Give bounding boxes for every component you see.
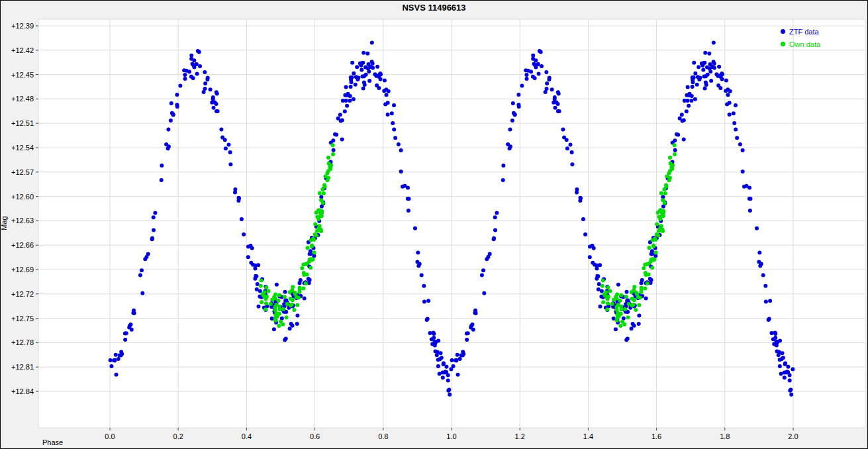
ztf-data-point <box>110 364 114 368</box>
x-tick-label: 1.4 <box>583 432 593 440</box>
own-data-point <box>273 317 277 321</box>
ztf-data-point <box>355 65 359 69</box>
ztf-data-point <box>138 274 142 277</box>
own-data-point <box>654 250 658 254</box>
ztf-data-point <box>152 215 156 219</box>
ztf-data-point <box>444 370 448 374</box>
ztf-data-point <box>755 226 759 230</box>
ztf-data-point <box>725 102 729 106</box>
ztf-data-point <box>777 350 781 354</box>
ztf-data-point <box>768 299 772 303</box>
ztf-data-point <box>406 185 410 189</box>
ztf-data-point <box>575 191 579 195</box>
ztf-data-point <box>637 322 641 326</box>
ztf-data-point <box>426 299 430 303</box>
own-data-point <box>289 297 293 301</box>
ztf-data-point <box>632 324 636 328</box>
ztf-data-point <box>533 76 537 80</box>
y-tick-label: +12.66 <box>11 241 34 249</box>
own-data-point <box>281 323 285 326</box>
ztf-data-point <box>192 58 196 62</box>
own-data-point <box>615 293 619 297</box>
own-data-point <box>260 300 264 304</box>
own-data-point <box>661 209 665 213</box>
ztf-data-point <box>171 113 175 117</box>
ztf-data-point <box>595 267 599 271</box>
ztf-data-point <box>570 162 574 166</box>
y-tick-label: +12.75 <box>11 315 34 323</box>
own-data-point <box>640 288 644 292</box>
own-data-point <box>648 246 651 250</box>
ztf-data-point <box>544 90 548 94</box>
own-data-point <box>630 290 634 294</box>
ztf-data-point <box>113 358 117 362</box>
ztf-data-point <box>705 65 709 69</box>
ztf-data-point <box>258 289 262 293</box>
own-data-point <box>656 211 660 215</box>
ztf-data-point <box>350 75 354 79</box>
ztf-data-point <box>215 91 219 95</box>
ztf-data-point <box>485 257 489 261</box>
ztf-data-point <box>352 72 356 75</box>
own-data-point <box>624 295 628 299</box>
ztf-data-point <box>348 94 352 98</box>
own-data-point <box>313 250 316 254</box>
ztf-data-point <box>333 132 337 136</box>
ztf-data-point <box>680 113 684 117</box>
ztf-data-point <box>379 77 383 81</box>
ztf-data-point <box>562 136 566 140</box>
ztf-data-point <box>720 72 724 76</box>
ztf-data-point <box>448 393 452 397</box>
ztf-data-point <box>501 164 505 168</box>
own-data-point <box>328 166 332 170</box>
ztf-data-point <box>526 69 530 73</box>
ztf-data-point <box>152 228 156 232</box>
ztf-data-point <box>360 68 363 72</box>
ztf-data-point <box>789 393 793 397</box>
ztf-data-point <box>493 215 497 219</box>
own-data-point <box>259 284 263 288</box>
ztf-data-point <box>242 232 246 236</box>
own-data-point <box>273 308 277 312</box>
ztf-data-point <box>761 274 765 277</box>
ztf-data-point <box>237 196 241 200</box>
ztf-data-point <box>778 364 782 368</box>
ztf-data-point <box>291 324 295 328</box>
ztf-data-point <box>401 185 405 189</box>
legend-label-own: Own data <box>789 40 820 48</box>
ztf-data-point <box>741 170 745 174</box>
own-data-point <box>277 307 281 311</box>
ztf-data-point <box>362 80 366 84</box>
ztf-data-point <box>436 350 440 354</box>
own-data-point <box>277 324 281 328</box>
ztf-data-point <box>454 358 458 362</box>
ztf-data-point <box>446 379 450 383</box>
ztf-data-point <box>189 54 193 58</box>
chart: +12.39+12.42+12.45+12.48+12.51+12.54+12.… <box>0 0 868 449</box>
ztf-data-point <box>206 76 210 80</box>
ztf-data-point <box>295 322 299 326</box>
own-data-point <box>303 262 307 266</box>
ztf-data-point <box>362 87 365 91</box>
ztf-data-point <box>340 138 344 142</box>
ztf-data-point <box>219 128 223 132</box>
ztf-data-point <box>716 83 720 87</box>
ztf-data-point <box>132 309 136 313</box>
ztf-data-point <box>788 379 792 383</box>
ztf-data-point <box>465 338 469 342</box>
ztf-data-point <box>570 150 574 154</box>
ztf-data-point <box>166 146 170 150</box>
ztf-data-point <box>146 252 150 256</box>
ztf-data-point <box>288 326 292 330</box>
own-data-point <box>665 185 669 189</box>
ztf-data-point <box>717 65 721 69</box>
ztf-data-point <box>741 148 745 152</box>
ztf-data-point <box>399 170 403 174</box>
ztf-data-point <box>345 104 349 108</box>
ztf-data-point <box>783 362 787 366</box>
x-tick-label: 2.0 <box>788 432 798 440</box>
y-tick-label: +12.45 <box>11 71 34 79</box>
ztf-data-point <box>385 93 389 97</box>
ztf-data-point <box>561 128 565 132</box>
ztf-data-point <box>438 357 442 361</box>
